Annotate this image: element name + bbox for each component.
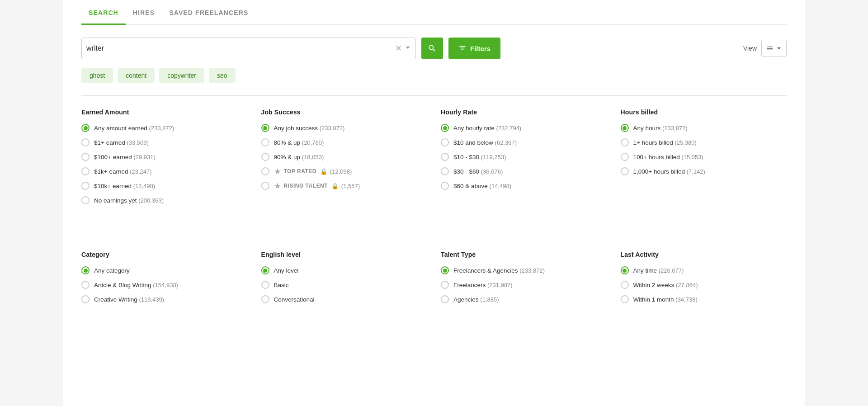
- filter-option[interactable]: $100+ earned (29,931): [81, 153, 248, 161]
- filters-button[interactable]: Filters: [448, 38, 500, 59]
- dropdown-chevron-icon[interactable]: [405, 44, 411, 53]
- filter-group-talent-type: Talent Type Freelancers & Agencies (233,…: [441, 251, 607, 319]
- filter-option[interactable]: RISING TALENT 🔒 (1,557): [261, 182, 428, 190]
- top-rated-badge-icon: [274, 168, 281, 175]
- filter-grid-row2: Category Any category Article & Blog Wri…: [81, 251, 787, 319]
- filter-option[interactable]: $1+ earned (33,509): [81, 138, 248, 146]
- filter-option[interactable]: Conversational: [261, 295, 428, 303]
- tab-saved-freelancers[interactable]: SAVED FREELANCERS: [162, 0, 255, 25]
- radio-basic[interactable]: [261, 281, 269, 289]
- filter-option[interactable]: Basic: [261, 281, 428, 289]
- radio-any-hours[interactable]: [621, 124, 629, 132]
- radio-60above[interactable]: [441, 182, 449, 190]
- filter-option[interactable]: Article & Blog Writing (154,938): [81, 281, 248, 289]
- search-row: ✕ Filters View: [81, 38, 787, 59]
- radio-any-hourly[interactable]: [441, 124, 449, 132]
- radio-conversational[interactable]: [261, 295, 269, 303]
- radio-10-30[interactable]: [441, 153, 449, 161]
- chip-seo[interactable]: seo: [209, 68, 236, 83]
- filter-option[interactable]: Any time (226,077): [621, 266, 787, 274]
- filter-option[interactable]: Within 2 weeks (27,864): [621, 281, 787, 289]
- filter-title-talent-type: Talent Type: [441, 251, 607, 258]
- filter-option[interactable]: $10 and below (62,367): [441, 138, 607, 146]
- filter-group-english-level: English level Any level Basic Conversati…: [261, 251, 428, 319]
- radio-any-time[interactable]: [621, 266, 629, 274]
- clear-icon[interactable]: ✕: [395, 43, 402, 53]
- radio-1plus[interactable]: [81, 138, 90, 146]
- radio-any-category[interactable]: [81, 266, 90, 274]
- filter-group-earned-amount: Earned Amount Any amount earned (233,872…: [81, 109, 248, 220]
- radio-rising-talent[interactable]: [261, 182, 269, 190]
- filter-option[interactable]: Freelancers & Agencies (233,872): [441, 266, 607, 274]
- radio-creative-writing[interactable]: [81, 295, 90, 303]
- search-button[interactable]: [421, 38, 443, 59]
- tab-hires[interactable]: HIRES: [126, 0, 162, 25]
- filter-title-english-level: English level: [261, 251, 428, 258]
- filter-group-hourly-rate: Hourly Rate Any hourly rate (232,794) $1…: [441, 109, 607, 220]
- filter-option[interactable]: Any job success (233,872): [261, 124, 428, 132]
- radio-1kplus[interactable]: [81, 167, 90, 175]
- filter-option[interactable]: $60 & above (14,498): [441, 182, 607, 190]
- top-rated-label: TOP RATED: [284, 168, 316, 175]
- radio-100plus-hours[interactable]: [621, 153, 629, 161]
- radio-30-60[interactable]: [441, 167, 449, 175]
- radio-1000plus-hours[interactable]: [621, 167, 629, 175]
- chip-ghost[interactable]: ghost: [81, 68, 113, 83]
- radio-1plus-hours[interactable]: [621, 138, 629, 146]
- filter-option[interactable]: Any amount earned (233,872): [81, 124, 248, 132]
- filter-option[interactable]: 100+ hours billed (15,053): [621, 153, 787, 161]
- filter-grid-row1: Earned Amount Any amount earned (233,872…: [81, 109, 787, 220]
- filter-option[interactable]: $1k+ earned (23,247): [81, 167, 248, 175]
- search-input[interactable]: [86, 44, 395, 52]
- filter-option[interactable]: 90% & up (18,053): [261, 153, 428, 161]
- radio-any-job-success[interactable]: [261, 124, 269, 132]
- radio-10below[interactable]: [441, 138, 449, 146]
- rising-talent-label: RISING TALENT: [284, 183, 328, 189]
- filter-option[interactable]: Any category: [81, 266, 248, 274]
- radio-agencies-only[interactable]: [441, 295, 449, 303]
- filter-option[interactable]: Within 1 month (34,738): [621, 295, 787, 303]
- filter-option[interactable]: No earnings yet (200,363): [81, 196, 248, 204]
- chip-content[interactable]: content: [118, 68, 155, 83]
- search-input-wrap: ✕: [81, 38, 416, 59]
- radio-10kplus[interactable]: [81, 182, 90, 190]
- filter-option[interactable]: 1,000+ hours billed (7,142): [621, 167, 787, 175]
- filter-option[interactable]: 1+ hours billed (25,380): [621, 138, 787, 146]
- filter-group-hours-billed: Hours billed Any hours (233,872) 1+ hour…: [621, 109, 787, 220]
- filter-option[interactable]: 80% & up (20,760): [261, 138, 428, 146]
- filter-option[interactable]: Creative Writing (119,439): [81, 295, 248, 303]
- filter-group-category: Category Any category Article & Blog Wri…: [81, 251, 248, 319]
- radio-any-earned[interactable]: [81, 124, 90, 132]
- radio-no-earnings[interactable]: [81, 196, 90, 204]
- radio-100plus[interactable]: [81, 153, 90, 161]
- filter-option[interactable]: TOP RATED 🔒 (12,098): [261, 167, 428, 175]
- filter-option[interactable]: Freelancers (231,987): [441, 281, 607, 289]
- radio-any-level[interactable]: [261, 266, 269, 274]
- filter-option[interactable]: $10k+ earned (12,498): [81, 182, 248, 190]
- radio-top-rated[interactable]: [261, 167, 269, 175]
- chips-row: ghost content copywriter seo: [81, 68, 787, 83]
- filter-title-hours-billed: Hours billed: [621, 109, 787, 116]
- radio-freelancers-only[interactable]: [441, 281, 449, 289]
- chip-copywriter[interactable]: copywriter: [159, 68, 204, 83]
- tab-search[interactable]: SEARCH: [81, 0, 126, 25]
- filter-group-last-activity: Last Activity Any time (226,077) Within …: [621, 251, 787, 319]
- filter-option[interactable]: Agencies (1,885): [441, 295, 607, 303]
- filter-option[interactable]: Any level: [261, 266, 428, 274]
- filter-title-hourly-rate: Hourly Rate: [441, 109, 607, 116]
- radio-90up[interactable]: [261, 153, 269, 161]
- radio-within-2-weeks[interactable]: [621, 281, 629, 289]
- radio-freelancers-agencies[interactable]: [441, 266, 449, 274]
- filter-option[interactable]: Any hours (233,872): [621, 124, 787, 132]
- radio-within-1-month[interactable]: [621, 295, 629, 303]
- filter-group-job-success: Job Success Any job success (233,872) 80…: [261, 109, 428, 220]
- section-divider: [81, 95, 787, 96]
- filter-option[interactable]: $10 - $30 (119,253): [441, 153, 607, 161]
- radio-80up[interactable]: [261, 138, 269, 146]
- radio-article-blog[interactable]: [81, 281, 90, 289]
- filter-title-category: Category: [81, 251, 248, 258]
- filter-option[interactable]: Any hourly rate (232,794): [441, 124, 607, 132]
- view-toggle-button[interactable]: [761, 40, 787, 57]
- view-label: View: [743, 45, 757, 52]
- filter-option[interactable]: $30 - $60 (36,676): [441, 167, 607, 175]
